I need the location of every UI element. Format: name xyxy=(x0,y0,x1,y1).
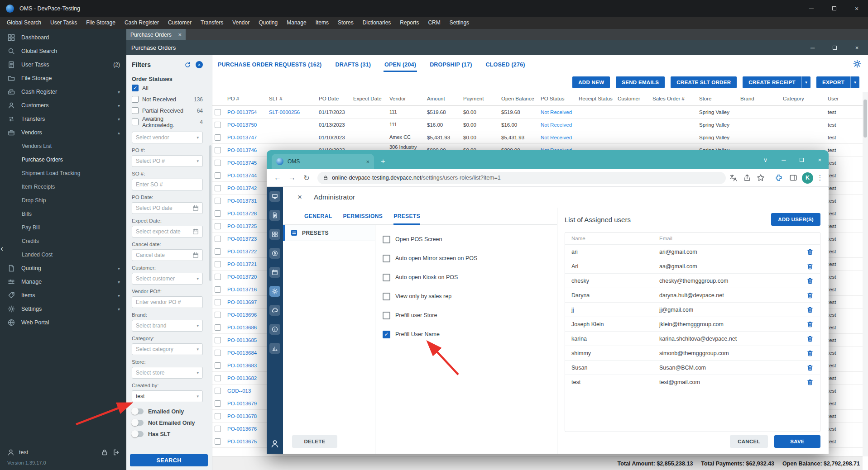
translate-icon[interactable] xyxy=(728,174,739,182)
rail-calendar-icon[interactable] xyxy=(269,267,280,278)
rail-dashboard-icon[interactable] xyxy=(269,191,280,202)
delete-user-icon[interactable] xyxy=(806,379,814,386)
po-link[interactable]: PO-0013731 xyxy=(223,198,265,204)
po-link[interactable]: PO-0013679 xyxy=(223,401,265,406)
po-link[interactable]: PO-0013683 xyxy=(223,363,265,368)
sidebar-collapse-handle[interactable]: ‹ xyxy=(0,242,7,254)
menu-vendor[interactable]: Vendor xyxy=(228,17,254,29)
row-checkbox[interactable] xyxy=(215,160,221,166)
rail-settings-icon[interactable] xyxy=(269,286,280,297)
row-checkbox[interactable] xyxy=(215,172,221,179)
clear-filters-icon[interactable]: × xyxy=(196,61,203,68)
create-receipt-button[interactable]: CREATE RECEIPT xyxy=(743,76,801,88)
rail-catalog-icon[interactable] xyxy=(269,229,280,240)
preset-open-pos-screen[interactable]: Open POS Screen xyxy=(383,230,557,249)
po-link[interactable]: PO-0013747 xyxy=(223,135,265,140)
save-button[interactable]: SAVE xyxy=(774,435,820,448)
menu-settings[interactable]: Settings xyxy=(445,17,474,29)
rail-sync-icon[interactable] xyxy=(269,305,280,316)
row-checkbox[interactable] xyxy=(215,185,221,191)
column-slt[interactable]: SLT # xyxy=(265,96,315,102)
sidebar-item-user-tasks[interactable]: User Tasks(2) xyxy=(0,58,126,71)
po-link[interactable]: PO-0013682 xyxy=(223,375,265,381)
row-checkbox[interactable] xyxy=(215,198,221,204)
po-link[interactable]: PO-0013754 xyxy=(223,109,265,115)
column-po-status[interactable]: PO Status xyxy=(537,96,575,102)
sidebar-item-purchase-orders[interactable]: Purchase Orders xyxy=(0,153,126,166)
so-input[interactable]: Enter SO # xyxy=(132,179,203,190)
column-open-balance[interactable]: Open Balance xyxy=(497,96,537,102)
po-link[interactable]: PO-0013723 xyxy=(223,236,265,242)
row-checkbox[interactable] xyxy=(215,147,221,153)
row-checkbox[interactable] xyxy=(215,261,221,267)
sidebar-item-bills[interactable]: Bills xyxy=(0,207,126,221)
column-user[interactable]: User xyxy=(824,96,863,102)
row-checkbox[interactable] xyxy=(215,223,221,229)
tab-presets[interactable]: PRESETS xyxy=(393,208,420,224)
sidebar-item-landed-cost[interactable]: Landed Cost xyxy=(0,248,126,261)
row-checkbox[interactable] xyxy=(215,122,221,128)
po-date-select[interactable]: Select PO date xyxy=(132,202,203,214)
po-link[interactable]: PO-0013725 xyxy=(223,223,265,229)
export-dropdown[interactable]: ▾ xyxy=(850,76,859,88)
sidebar-item-dashboard[interactable]: Dashboard xyxy=(0,31,126,44)
maximize-button[interactable] xyxy=(824,40,846,55)
column-payment[interactable]: Payment xyxy=(459,96,497,102)
close-tab-icon[interactable]: × xyxy=(366,158,369,165)
column-expect-date[interactable]: Expect Date xyxy=(349,96,385,102)
po-link[interactable]: PO-0013750 xyxy=(223,122,265,128)
preset-auto-open-mirror-screen-on-pos[interactable]: Auto open Mirror screen on POS xyxy=(383,249,557,268)
toggle-has-slt[interactable]: Has SLT xyxy=(132,428,203,440)
sidebar-item-items[interactable]: Items▾ xyxy=(0,289,126,302)
close-button[interactable]: × xyxy=(846,40,868,55)
sidebar-item-pay-bill[interactable]: Pay Bill xyxy=(0,221,126,234)
menu-crm[interactable]: CRM xyxy=(423,17,445,29)
sidebar-item-transfers[interactable]: Transfers▾ xyxy=(0,112,126,126)
row-checkbox[interactable] xyxy=(215,299,221,305)
sidebar-item-vendors-list[interactable]: Vendors List xyxy=(0,139,126,153)
search-button[interactable]: SEARCH xyxy=(130,454,208,466)
po-link[interactable]: PO-0013686 xyxy=(223,325,265,330)
sidebar-item-drop-ship[interactable]: Drop Ship xyxy=(0,194,126,207)
share-icon[interactable] xyxy=(741,174,753,182)
expect-date-select[interactable]: Select expect date xyxy=(132,226,203,237)
po-link[interactable]: PO-0013696 xyxy=(223,312,265,318)
browser-menu-icon[interactable]: ⋮ xyxy=(816,174,824,182)
row-checkbox[interactable] xyxy=(215,438,221,445)
sidebar-item-manage[interactable]: Manage▾ xyxy=(0,275,126,289)
delete-user-icon[interactable] xyxy=(806,263,814,270)
menu-user-tasks[interactable]: User Tasks xyxy=(46,17,82,29)
create-slt-order-button[interactable]: CREATE SLT ORDER xyxy=(671,76,737,88)
po-link[interactable]: PO-0013685 xyxy=(223,337,265,343)
address-bar[interactable]: online-devpace-testing.devpace.net/setti… xyxy=(317,172,726,184)
close-tab-icon[interactable]: × xyxy=(178,31,182,38)
table-scrollbar[interactable] xyxy=(863,92,868,456)
preset-prefill-user-name[interactable]: ✓ Prefill User Name xyxy=(383,325,557,344)
po-link[interactable]: PO-0013746 xyxy=(223,147,265,153)
po-link[interactable]: PO-0013720 xyxy=(223,274,265,280)
filter-status-not-received[interactable]: Not Received 136 xyxy=(132,94,203,105)
po-link[interactable]: PO-0013678 xyxy=(223,413,265,419)
maximize-button[interactable] xyxy=(800,157,804,163)
row-checkbox[interactable] xyxy=(215,400,221,407)
minimize-button[interactable]: ─ xyxy=(782,157,786,163)
close-button[interactable]: × xyxy=(818,157,821,163)
menu-transfers[interactable]: Transfers xyxy=(196,17,228,29)
browser-tab-oms[interactable]: OMS × xyxy=(272,154,374,169)
slt-link[interactable]: SLT-0000256 xyxy=(265,109,315,115)
delete-user-icon[interactable] xyxy=(806,364,814,371)
row-checkbox[interactable] xyxy=(215,362,221,369)
delete-user-icon[interactable] xyxy=(806,321,814,328)
nav-item-presets[interactable]: PRESETS xyxy=(283,225,375,241)
toggle-not-emailed-only[interactable]: Not Emailed Only xyxy=(132,417,203,428)
rail-reports-icon[interactable] xyxy=(269,343,280,354)
tab-open-204[interactable]: OPEN (204) xyxy=(384,57,417,72)
forward-button[interactable]: → xyxy=(286,174,298,182)
delete-user-icon[interactable] xyxy=(806,350,814,357)
side-panel-icon[interactable] xyxy=(787,174,799,182)
minimize-button[interactable]: ─ xyxy=(800,0,823,17)
menu-items[interactable]: Items xyxy=(311,17,333,29)
menu-file-storage[interactable]: File Storage xyxy=(82,17,120,29)
column-amount[interactable]: Amount xyxy=(423,96,459,102)
po-link[interactable]: PO-0013722 xyxy=(223,249,265,254)
